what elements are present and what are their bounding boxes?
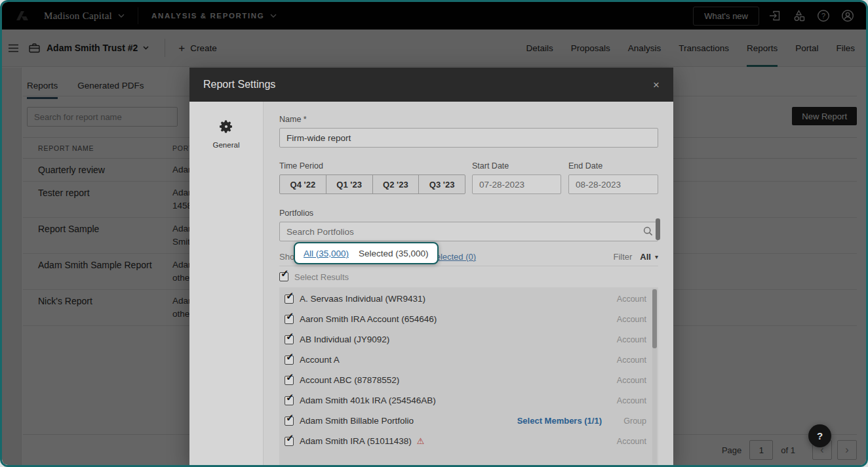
portfolio-name: Account ABC (87878552) xyxy=(300,375,399,385)
check-icon: ✓ xyxy=(286,433,294,444)
sidebar-item-general[interactable]: General xyxy=(189,119,263,149)
modal-sidebar: General xyxy=(189,102,264,465)
modal-header: Report Settings × xyxy=(189,68,673,102)
portfolio-search-input[interactable] xyxy=(279,222,658,241)
portfolio-search xyxy=(279,222,658,241)
checkbox[interactable]: ✓ xyxy=(285,355,294,365)
search-icon xyxy=(643,226,653,239)
portfolio-name: Adam Smith IRA (51011438) xyxy=(300,436,412,446)
check-icon: ✓ xyxy=(286,291,294,302)
portfolio-name: Adam Smith 401k IRA (254546AB) xyxy=(300,396,436,405)
check-icon: ✓ xyxy=(286,311,294,322)
portfolio-name: A. Servaas Individual (WR9431) xyxy=(300,294,425,304)
caret-down-icon: ▾ xyxy=(655,253,658,260)
check-icon: ✓ xyxy=(286,413,294,424)
portfolio-name: Adam Smith Billable Portfolio xyxy=(300,416,414,426)
time-period-option[interactable]: Q1 '23 xyxy=(326,175,373,193)
time-period-row: Time Period Q4 '22 Q1 '23 Q2 '23 Q3 '23 xyxy=(279,161,658,194)
entity-type-label: Account xyxy=(612,376,646,385)
warning-icon: ⚠ xyxy=(417,437,425,445)
portfolio-list-item[interactable]: ✓ Account ABC (87878552) Account xyxy=(279,370,658,390)
name-label: Name * xyxy=(279,115,658,124)
start-date-input[interactable] xyxy=(472,174,561,194)
report-name-input[interactable] xyxy=(279,128,658,148)
portfolio-list-item[interactable]: ✓ A. Servaas Individual (WR9431) Account xyxy=(279,289,658,309)
checkbox[interactable]: ✓ xyxy=(285,437,294,446)
time-period-group: Q4 '22 Q1 '23 Q2 '23 Q3 '23 xyxy=(279,174,465,194)
time-period-option[interactable]: Q2 '23 xyxy=(373,175,420,193)
select-results-label: Select Results xyxy=(294,272,349,282)
time-period-option[interactable]: Q3 '23 xyxy=(419,175,465,193)
check-icon: ✓ xyxy=(281,268,289,279)
checkbox[interactable]: ✓ xyxy=(285,335,294,344)
entity-type-label: Account xyxy=(612,294,646,304)
close-icon[interactable]: × xyxy=(653,79,660,91)
modal-body: General Name * Time Period Q4 '22 Q1 '2 xyxy=(189,102,673,465)
help-fab-button[interactable]: ? xyxy=(808,424,831,447)
checkbox[interactable]: ✓ xyxy=(285,416,294,426)
check-icon: ✓ xyxy=(286,392,294,403)
portfolio-list-item[interactable]: ✓ Account A Account xyxy=(279,350,658,370)
portfolio-list-panel: ✓ A. Servaas Individual (WR9431) Account… xyxy=(279,287,658,465)
portfolio-name: AB Individual (JY9092) xyxy=(300,335,389,344)
portfolio-list-item[interactable]: ✓ Adam Smith IRA (51011438) ⚠ Account xyxy=(279,431,658,451)
time-period-label: Time Period xyxy=(279,161,465,171)
select-members-link[interactable]: Select Members (1/1) xyxy=(517,416,602,426)
gear-icon xyxy=(218,119,234,134)
filter-label: Filter xyxy=(613,252,632,262)
sidebar-item-label: General xyxy=(189,141,263,149)
check-icon: ✓ xyxy=(286,372,294,383)
entity-type-label: Account xyxy=(612,315,646,324)
entity-type-label: Account xyxy=(612,335,646,344)
portfolio-list-item[interactable]: ✓ Aaron Smith IRA Account (654646) Accou… xyxy=(279,309,658,329)
checkbox[interactable]: ✓ xyxy=(285,294,294,304)
all-link[interactable]: All (35,000) xyxy=(304,249,349,258)
portfolio-list-item[interactable]: ✓ Adam Smith Billable Portfolio Select M… xyxy=(279,411,658,431)
end-date-input[interactable] xyxy=(568,174,658,194)
select-results-checkbox[interactable]: ✓ xyxy=(279,272,288,281)
entity-type-label: Account xyxy=(612,437,646,446)
portfolio-name: Aaron Smith IRA Account (654646) xyxy=(300,314,437,324)
modal-title: Report Settings xyxy=(203,79,275,91)
portfolio-name: Account A xyxy=(300,355,340,365)
divider xyxy=(279,266,658,266)
spotlight-highlight: All (35,000) Selected (35,000) xyxy=(294,242,439,264)
time-period-option[interactable]: Q4 '22 xyxy=(280,175,326,193)
entity-type-label: Account xyxy=(612,355,646,365)
end-date-label: End Date xyxy=(568,161,658,171)
report-settings-modal: Report Settings × General Name * Time Pe… xyxy=(189,68,673,465)
list-scrollbar-thumb[interactable] xyxy=(652,289,657,348)
modal-scrollbar-thumb[interactable] xyxy=(656,218,660,240)
filter-value-dropdown[interactable]: All xyxy=(640,252,651,262)
checkbox[interactable]: ✓ xyxy=(285,315,294,324)
entity-type-label: Account xyxy=(612,396,646,405)
portfolio-list-item[interactable]: ✓ AB Individual (JY9092) Account xyxy=(279,329,658,350)
check-icon: ✓ xyxy=(286,352,294,363)
check-icon: ✓ xyxy=(286,331,294,342)
selected-link[interactable]: Selected (35,000) xyxy=(359,249,429,258)
modal-content: Name * Time Period Q4 '22 Q1 '23 Q2 '23 xyxy=(264,102,673,465)
checkbox[interactable]: ✓ xyxy=(285,376,294,385)
portfolios-label: Portfolios xyxy=(279,209,658,218)
checkbox[interactable]: ✓ xyxy=(285,396,294,405)
start-date-label: Start Date xyxy=(472,161,561,171)
entity-type-label: Group xyxy=(612,416,646,426)
portfolio-list-item[interactable]: ✓ Adam Smith 401k IRA (254546AB) Account xyxy=(279,390,658,411)
select-results-row: ✓ Select Results xyxy=(279,272,658,282)
app-window: Madison Capital ANALYSIS & REPORTING Wha… xyxy=(0,0,868,467)
